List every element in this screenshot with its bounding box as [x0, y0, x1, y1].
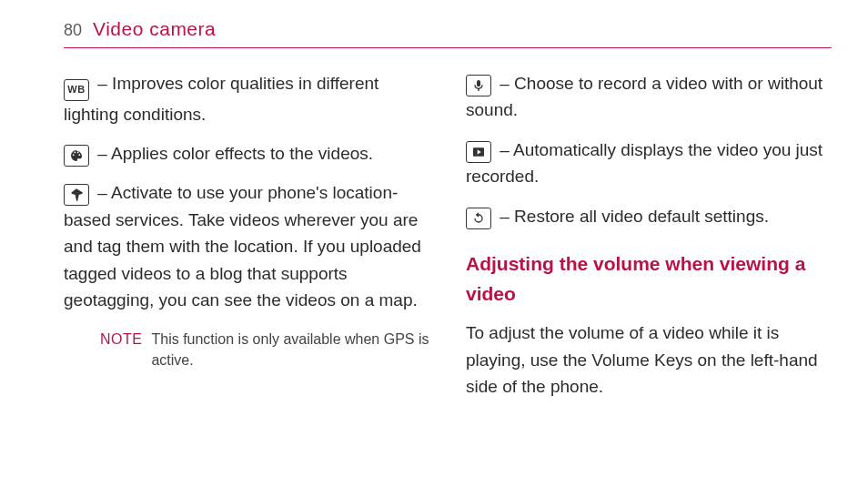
note-block: NOTE This function is only available whe…: [100, 329, 429, 370]
mic-icon: [466, 75, 491, 96]
setting-item: WB – Improves color qualities in differe…: [64, 70, 429, 127]
setting-text: – Applies color effects to the videos.: [93, 144, 373, 163]
note-label: NOTE: [100, 329, 142, 370]
wb-icon: WB: [64, 79, 89, 101]
right-column: – Choose to record a video with or witho…: [466, 70, 832, 401]
setting-item: – Restore all video default settings.: [466, 203, 832, 229]
setting-text: – Automatically displays the video you j…: [466, 140, 823, 186]
content-columns: WB – Improves color qualities in differe…: [64, 70, 832, 401]
page-header: 80 Video camera: [64, 18, 832, 48]
reset-icon: [466, 208, 491, 229]
geotag-icon: [64, 184, 89, 206]
manual-page: 80 Video camera WB – Improves color qual…: [0, 0, 868, 428]
play-icon: [466, 141, 491, 163]
setting-item: – Automatically displays the video you j…: [466, 137, 832, 190]
setting-text: – Restore all video default settings.: [495, 207, 769, 226]
setting-item: – Activate to use your phone's location-…: [64, 179, 429, 313]
left-column: WB – Improves color qualities in differe…: [64, 70, 429, 401]
page-title: Video camera: [93, 18, 216, 40]
page-number: 80: [64, 21, 82, 40]
note-text: This function is only available when GPS…: [151, 329, 429, 370]
section-heading: Adjusting the volume when viewing a vide…: [466, 249, 832, 309]
setting-text: – Activate to use your phone's location-…: [64, 183, 421, 309]
section-body: To adjust the volume of a video while it…: [466, 320, 832, 400]
setting-item: – Choose to record a video with or witho…: [466, 70, 832, 124]
setting-item: – Applies color effects to the videos.: [64, 140, 429, 167]
palette-icon: [64, 145, 89, 167]
setting-text: – Choose to record a video with or witho…: [466, 74, 823, 119]
setting-text: – Improves color qualities in different …: [64, 74, 378, 124]
